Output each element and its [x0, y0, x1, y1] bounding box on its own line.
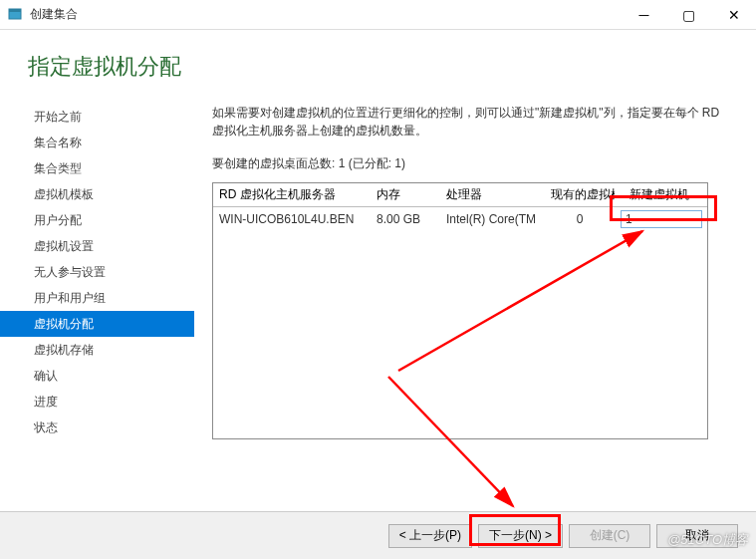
next-button[interactable]: 下一步(N) >: [478, 524, 563, 548]
cell-existing: 0: [545, 209, 615, 229]
maximize-button[interactable]: ▢: [666, 0, 711, 30]
description-text: 如果需要对创建虚拟机的位置进行更细化的控制，则可以通过"新建虚拟机"列，指定要在…: [212, 104, 732, 140]
th-processor[interactable]: 处理器: [440, 183, 545, 206]
close-button[interactable]: ✕: [711, 0, 756, 30]
cell-new: [615, 207, 704, 231]
sidebar-item-before-begin[interactable]: 开始之前: [0, 104, 194, 130]
sidebar-item-vm-allocation[interactable]: 虚拟机分配: [0, 311, 194, 337]
table-header-row: RD 虚拟化主机服务器 内存 处理器 现有的虚拟机 新建虚拟机: [213, 183, 707, 207]
vm-allocation-table: RD 虚拟化主机服务器 内存 处理器 现有的虚拟机 新建虚拟机 WIN-UICO…: [212, 182, 708, 439]
cell-memory: 8.00 GB: [371, 209, 440, 229]
th-existing-vm[interactable]: 现有的虚拟机: [545, 183, 615, 206]
sidebar-item-progress[interactable]: 进度: [0, 389, 194, 415]
window-title: 创建集合: [30, 6, 78, 23]
cancel-button[interactable]: 取消: [656, 524, 738, 548]
window-controls: ─ ▢ ✕: [622, 0, 756, 30]
app-icon: [8, 7, 24, 23]
sidebar-item-collection-type[interactable]: 集合类型: [0, 155, 194, 181]
sidebar-item-vm-settings[interactable]: 虚拟机设置: [0, 233, 194, 259]
sidebar-item-unattended-settings[interactable]: 无人参与设置: [0, 259, 194, 285]
minimize-button[interactable]: ─: [622, 0, 666, 30]
sidebar-item-vm-storage[interactable]: 虚拟机存储: [0, 337, 194, 363]
wizard-buttons: < 上一步(P) 下一步(N) > 创建(C) 取消: [0, 511, 756, 559]
sidebar-item-users-groups[interactable]: 用户和用户组: [0, 285, 194, 311]
sidebar-item-confirm[interactable]: 确认: [0, 363, 194, 389]
table-row[interactable]: WIN-UICOB610L4U.BEN 8.00 GB Intel(R) Cor…: [213, 207, 707, 231]
th-new-vm[interactable]: 新建虚拟机: [615, 183, 704, 206]
page-title: 指定虚拟机分配: [0, 30, 756, 100]
create-button[interactable]: 创建(C): [569, 524, 650, 548]
main-panel: 如果需要对创建虚拟机的位置进行更细化的控制，则可以通过"新建虚拟机"列，指定要在…: [194, 100, 756, 509]
new-vm-input[interactable]: [621, 210, 702, 228]
prev-button[interactable]: < 上一步(P): [388, 524, 472, 548]
titlebar: 创建集合 ─ ▢ ✕: [0, 0, 756, 30]
sidebar-item-user-assignment[interactable]: 用户分配: [0, 207, 194, 233]
cell-processor: Intel(R) Core(TM: [440, 209, 545, 229]
cell-server: WIN-UICOB610L4U.BEN: [213, 209, 371, 229]
sidebar-item-collection-name[interactable]: 集合名称: [0, 130, 194, 155]
sidebar-item-vm-template[interactable]: 虚拟机模板: [0, 181, 194, 207]
content-area: 开始之前 集合名称 集合类型 虚拟机模板 用户分配 虚拟机设置 无人参与设置 用…: [0, 100, 756, 509]
wizard-sidebar: 开始之前 集合名称 集合类型 虚拟机模板 用户分配 虚拟机设置 无人参与设置 用…: [0, 100, 194, 509]
th-memory[interactable]: 内存: [371, 183, 440, 206]
totals-label: 要创建的虚拟桌面总数: 1 (已分配: 1): [212, 155, 732, 172]
th-server[interactable]: RD 虚拟化主机服务器: [213, 183, 371, 206]
sidebar-item-status[interactable]: 状态: [0, 415, 194, 440]
svg-rect-1: [9, 9, 21, 12]
